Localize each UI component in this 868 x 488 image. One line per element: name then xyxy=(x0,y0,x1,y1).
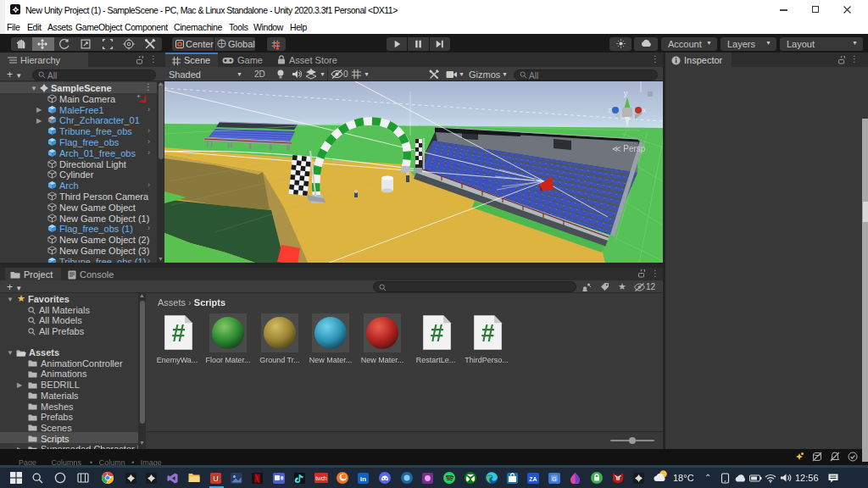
svg-text:U: U xyxy=(213,474,219,483)
svg-text:x: x xyxy=(643,106,647,114)
svg-text:in: in xyxy=(360,475,366,483)
svg-text:#: # xyxy=(431,319,444,347)
svg-text:G: G xyxy=(552,475,556,481)
svg-text:≪ Persp: ≪ Persp xyxy=(612,144,646,153)
svg-text:z: z xyxy=(608,106,612,114)
svg-text:y: y xyxy=(624,89,628,97)
svg-text:twch: twch xyxy=(315,475,327,481)
svg-text:ZA: ZA xyxy=(529,475,537,481)
svg-text:#: # xyxy=(172,319,186,347)
svg-text:#: # xyxy=(481,319,495,347)
